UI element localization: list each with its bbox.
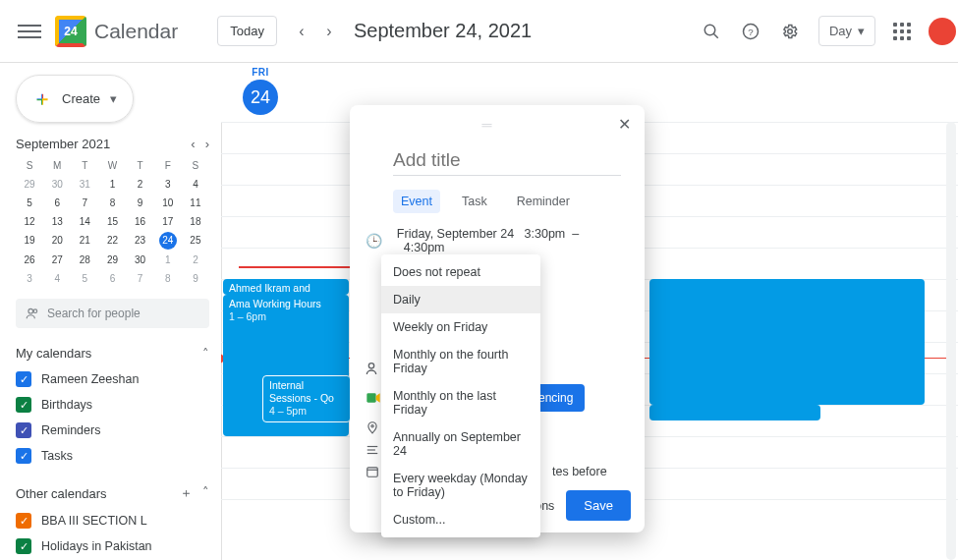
my-calendars-toggle[interactable]: My calendars ˄ [16,340,209,366]
mini-day[interactable]: 10 [154,195,182,211]
menu-icon[interactable] [18,20,41,43]
mini-day[interactable]: 26 [16,252,43,268]
mini-day[interactable]: 29 [16,176,43,193]
recurrence-option[interactable]: Monthly on the fourth Friday [381,341,540,382]
calendar-checkbox[interactable]: ✓ [16,513,31,529]
recurrence-option[interactable]: Annually on September 24 [381,423,540,465]
mini-day[interactable]: 4 [43,270,71,287]
mini-day[interactable]: 1 [154,252,182,268]
mini-day[interactable]: 9 [182,270,209,287]
mini-day[interactable]: 16 [127,213,154,230]
calendar-item[interactable]: ✓Holidays in Pakistan [16,533,209,559]
mini-day[interactable]: 15 [98,213,126,230]
mini-day[interactable]: 12 [16,213,43,230]
mini-day[interactable]: 7 [71,195,98,211]
mini-day[interactable]: 21 [71,232,98,250]
calendar-checkbox[interactable]: ✓ [16,397,31,413]
mini-day[interactable]: 4 [182,176,209,193]
mini-next-month[interactable]: › [205,137,209,151]
close-icon[interactable]: ✕ [614,111,635,138]
help-icon[interactable]: ? [740,21,761,42]
view-switcher[interactable]: Day▾ [818,16,875,46]
mini-day[interactable]: 24 [159,232,177,250]
calendar-item[interactable]: ✓BBA III SECTION L [16,508,209,533]
mini-day[interactable]: 5 [16,195,43,211]
google-apps-icon[interactable] [893,23,911,40]
mini-day[interactable]: 8 [154,270,182,287]
mini-day[interactable]: 1 [98,176,126,193]
calendar-event[interactable]: Internal Sessions - Qo4 – 5pm [262,375,351,422]
search-icon[interactable] [701,21,722,42]
mini-day[interactable]: 14 [71,213,98,230]
recurrence-option[interactable]: Does not repeat [381,258,540,286]
other-calendars-toggle[interactable]: Other calendars ＋ ˄ [16,478,209,508]
add-calendar-icon[interactable]: ＋ [180,484,193,502]
drag-handle-icon[interactable]: ═ [360,117,614,133]
calendar-checkbox[interactable]: ✓ [16,448,31,464]
calendar-checkbox[interactable]: ✓ [16,538,31,554]
recurrence-option[interactable]: Daily [381,286,540,313]
mini-day[interactable]: 25 [182,232,209,250]
mini-day[interactable]: 29 [98,252,126,268]
mini-day[interactable]: 27 [43,252,71,268]
mini-day[interactable]: 18 [182,213,209,230]
tab-reminder[interactable]: Reminder [509,190,578,213]
calendar-label: Tasks [41,449,73,463]
mini-prev-month[interactable]: ‹ [191,137,195,151]
search-people-placeholder: Search for people [47,307,141,320]
recurrence-option[interactable]: Custom... [381,506,540,533]
mini-day[interactable]: 8 [98,195,126,211]
mini-dow: M [43,157,71,174]
event-title-input[interactable] [393,145,621,176]
recurrence-option[interactable]: Weekly on Friday [381,313,540,341]
calendar-event[interactable]: Ahmed Ikram and Rameen Zees [223,279,349,295]
mini-day[interactable]: 17 [154,213,182,230]
search-people-field[interactable]: Search for people [16,299,209,328]
mini-day[interactable]: 6 [43,195,71,211]
event-date-time[interactable]: Friday, September 24 3:30pm – 4:30pm [397,227,625,254]
notification-text: tes before [552,465,607,478]
mini-day[interactable]: 9 [127,195,154,211]
mini-day[interactable]: 3 [16,270,43,287]
mini-day[interactable]: 19 [16,232,43,250]
mini-day[interactable]: 6 [98,270,126,287]
mini-day[interactable]: 7 [127,270,154,287]
calendar-event[interactable] [649,293,925,403]
settings-icon[interactable] [779,21,801,42]
calendar-item[interactable]: ✓Reminders [16,418,209,443]
mini-day[interactable]: 20 [43,232,71,250]
mini-day[interactable]: 22 [98,232,126,250]
recurrence-option[interactable]: Every weekday (Monday to Friday) [381,465,540,506]
calendar-item[interactable]: ✓Tasks [16,443,209,469]
mini-dow: W [98,157,126,174]
calendar-event[interactable] [649,405,820,420]
recurrence-option[interactable]: Monthly on the last Friday [381,382,540,423]
save-button[interactable]: Save [566,490,631,521]
calendar-checkbox[interactable]: ✓ [16,422,31,438]
create-button[interactable]: ＋ Create ▾ [16,75,134,123]
prev-day-button[interactable]: ‹ [291,21,312,42]
mini-day[interactable]: 13 [43,213,71,230]
calendar-item[interactable]: ✓Birthdays [16,392,209,418]
mini-day[interactable]: 28 [71,252,98,268]
tab-task[interactable]: Task [454,190,495,213]
mini-day[interactable]: 11 [182,195,209,211]
account-avatar[interactable] [929,18,956,45]
mini-day[interactable]: 23 [127,232,154,250]
day-number[interactable]: 24 [243,80,278,115]
calendar-checkbox[interactable]: ✓ [16,371,31,387]
today-button[interactable]: Today [217,16,277,46]
mini-day[interactable]: 5 [71,270,98,287]
next-day-button[interactable]: › [318,21,340,42]
scrollbar[interactable] [946,122,956,560]
mini-day[interactable]: 3 [154,176,182,193]
mini-day[interactable]: 2 [127,176,154,193]
mini-day[interactable]: 30 [127,252,154,268]
mini-day[interactable]: 31 [71,176,98,193]
tab-event[interactable]: Event [393,190,440,213]
calendar-label: BBA III SECTION L [41,514,147,528]
mini-calendar[interactable]: SMTWTFS293031123456789101112131415161718… [16,157,209,287]
calendar-item[interactable]: ✓Rameen Zeeshan [16,366,209,392]
mini-day[interactable]: 30 [43,176,71,193]
mini-day[interactable]: 2 [182,252,209,268]
